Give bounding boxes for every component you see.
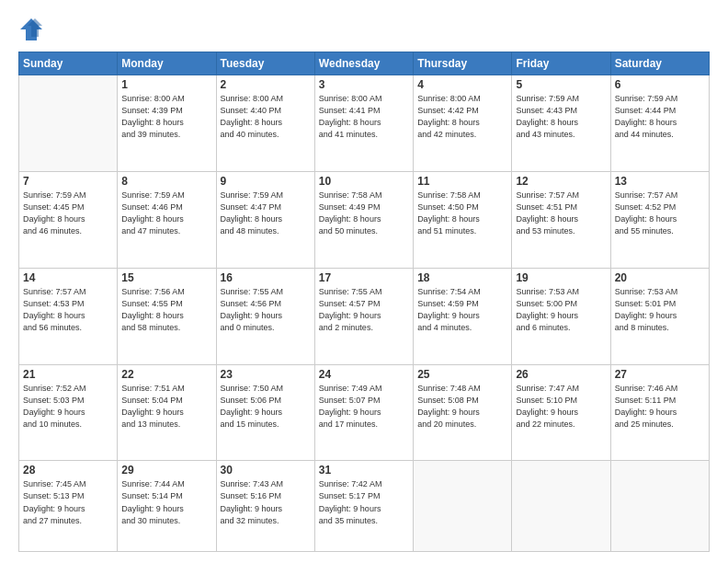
calendar-cell: 29Sunrise: 7:44 AMSunset: 5:14 PMDayligh… bbox=[118, 461, 216, 552]
day-number: 3 bbox=[319, 78, 409, 91]
day-number: 23 bbox=[221, 368, 311, 381]
calendar-cell: 25Sunrise: 7:48 AMSunset: 5:08 PMDayligh… bbox=[414, 364, 512, 461]
calendar-cell: 17Sunrise: 7:55 AMSunset: 4:57 PMDayligh… bbox=[314, 268, 413, 364]
header bbox=[18, 17, 710, 42]
day-info: Sunrise: 7:57 AMSunset: 4:53 PMDaylight:… bbox=[23, 286, 113, 334]
day-info: Sunrise: 7:55 AMSunset: 4:56 PMDaylight:… bbox=[221, 286, 311, 334]
calendar-cell: 18Sunrise: 7:54 AMSunset: 4:59 PMDayligh… bbox=[414, 268, 512, 364]
col-header-monday: Monday bbox=[118, 52, 216, 75]
day-info: Sunrise: 7:59 AMSunset: 4:43 PMDaylight:… bbox=[516, 93, 606, 141]
day-number: 11 bbox=[417, 175, 507, 188]
day-number: 16 bbox=[221, 271, 311, 284]
calendar-cell: 21Sunrise: 7:52 AMSunset: 5:03 PMDayligh… bbox=[19, 364, 118, 461]
day-info: Sunrise: 7:52 AMSunset: 5:03 PMDaylight:… bbox=[23, 383, 113, 431]
calendar-cell: 1Sunrise: 8:00 AMSunset: 4:39 PMDaylight… bbox=[118, 75, 216, 172]
day-number: 5 bbox=[516, 78, 606, 91]
calendar-cell bbox=[610, 461, 709, 552]
calendar-cell: 7Sunrise: 7:59 AMSunset: 4:45 PMDaylight… bbox=[19, 171, 118, 268]
day-number: 9 bbox=[221, 175, 311, 188]
calendar-cell: 15Sunrise: 7:56 AMSunset: 4:55 PMDayligh… bbox=[118, 268, 216, 364]
day-number: 13 bbox=[615, 175, 705, 188]
day-number: 17 bbox=[319, 271, 409, 284]
day-number: 12 bbox=[516, 175, 606, 188]
day-info: Sunrise: 7:55 AMSunset: 4:57 PMDaylight:… bbox=[319, 286, 409, 334]
day-info: Sunrise: 7:57 AMSunset: 4:51 PMDaylight:… bbox=[516, 190, 606, 237]
day-info: Sunrise: 7:44 AMSunset: 5:14 PMDaylight:… bbox=[121, 478, 211, 526]
calendar-cell: 14Sunrise: 7:57 AMSunset: 4:53 PMDayligh… bbox=[19, 268, 118, 364]
calendar-cell: 4Sunrise: 8:00 AMSunset: 4:42 PMDaylight… bbox=[414, 75, 512, 172]
calendar-cell: 9Sunrise: 7:59 AMSunset: 4:47 PMDaylight… bbox=[216, 171, 314, 268]
calendar-cell: 10Sunrise: 7:58 AMSunset: 4:49 PMDayligh… bbox=[314, 171, 413, 268]
day-info: Sunrise: 8:00 AMSunset: 4:39 PMDaylight:… bbox=[121, 93, 211, 141]
col-header-wednesday: Wednesday bbox=[314, 52, 413, 75]
day-info: Sunrise: 7:59 AMSunset: 4:46 PMDaylight:… bbox=[121, 190, 211, 237]
calendar-cell: 3Sunrise: 8:00 AMSunset: 4:41 PMDaylight… bbox=[314, 75, 413, 172]
calendar-cell: 5Sunrise: 7:59 AMSunset: 4:43 PMDaylight… bbox=[512, 75, 610, 172]
day-info: Sunrise: 7:50 AMSunset: 5:06 PMDaylight:… bbox=[221, 383, 311, 431]
day-number: 29 bbox=[121, 464, 211, 477]
calendar-cell: 6Sunrise: 7:59 AMSunset: 4:44 PMDaylight… bbox=[610, 75, 709, 172]
day-info: Sunrise: 7:56 AMSunset: 4:55 PMDaylight:… bbox=[121, 286, 211, 334]
calendar-cell bbox=[19, 75, 118, 172]
day-info: Sunrise: 7:48 AMSunset: 5:08 PMDaylight:… bbox=[417, 383, 507, 431]
calendar-cell: 19Sunrise: 7:53 AMSunset: 5:00 PMDayligh… bbox=[512, 268, 610, 364]
calendar-table: SundayMondayTuesdayWednesdayThursdayFrid… bbox=[18, 52, 710, 552]
day-info: Sunrise: 7:57 AMSunset: 4:52 PMDaylight:… bbox=[615, 190, 705, 237]
day-number: 15 bbox=[121, 271, 211, 284]
day-number: 26 bbox=[516, 368, 606, 381]
calendar-cell: 2Sunrise: 8:00 AMSunset: 4:40 PMDaylight… bbox=[216, 75, 314, 172]
day-number: 14 bbox=[23, 271, 113, 284]
day-number: 6 bbox=[615, 78, 705, 91]
day-info: Sunrise: 7:43 AMSunset: 5:16 PMDaylight:… bbox=[221, 478, 311, 526]
day-number: 20 bbox=[615, 271, 705, 284]
day-number: 28 bbox=[23, 464, 113, 477]
day-number: 8 bbox=[121, 175, 211, 188]
calendar-cell: 11Sunrise: 7:58 AMSunset: 4:50 PMDayligh… bbox=[414, 171, 512, 268]
page: SundayMondayTuesdayWednesdayThursdayFrid… bbox=[0, 0, 728, 563]
calendar-week-row-5: 28Sunrise: 7:45 AMSunset: 5:13 PMDayligh… bbox=[19, 461, 710, 552]
day-info: Sunrise: 7:46 AMSunset: 5:11 PMDaylight:… bbox=[615, 383, 705, 431]
day-info: Sunrise: 7:59 AMSunset: 4:47 PMDaylight:… bbox=[221, 190, 311, 237]
day-info: Sunrise: 7:59 AMSunset: 4:44 PMDaylight:… bbox=[615, 93, 705, 141]
day-info: Sunrise: 7:58 AMSunset: 4:49 PMDaylight:… bbox=[319, 190, 409, 237]
calendar-cell: 23Sunrise: 7:50 AMSunset: 5:06 PMDayligh… bbox=[216, 364, 314, 461]
day-info: Sunrise: 8:00 AMSunset: 4:42 PMDaylight:… bbox=[417, 93, 507, 141]
logo-icon bbox=[18, 17, 44, 42]
day-info: Sunrise: 7:42 AMSunset: 5:17 PMDaylight:… bbox=[319, 478, 409, 526]
col-header-saturday: Saturday bbox=[610, 52, 709, 75]
day-info: Sunrise: 7:51 AMSunset: 5:04 PMDaylight:… bbox=[121, 383, 211, 431]
calendar-cell: 30Sunrise: 7:43 AMSunset: 5:16 PMDayligh… bbox=[216, 461, 314, 552]
calendar-cell: 16Sunrise: 7:55 AMSunset: 4:56 PMDayligh… bbox=[216, 268, 314, 364]
calendar-cell: 20Sunrise: 7:53 AMSunset: 5:01 PMDayligh… bbox=[610, 268, 709, 364]
day-info: Sunrise: 8:00 AMSunset: 4:41 PMDaylight:… bbox=[319, 93, 409, 141]
calendar-week-row-3: 14Sunrise: 7:57 AMSunset: 4:53 PMDayligh… bbox=[19, 268, 710, 364]
day-number: 24 bbox=[319, 368, 409, 381]
calendar-cell: 26Sunrise: 7:47 AMSunset: 5:10 PMDayligh… bbox=[512, 364, 610, 461]
calendar-cell: 12Sunrise: 7:57 AMSunset: 4:51 PMDayligh… bbox=[512, 171, 610, 268]
day-number: 27 bbox=[615, 368, 705, 381]
calendar-cell: 31Sunrise: 7:42 AMSunset: 5:17 PMDayligh… bbox=[314, 461, 413, 552]
logo bbox=[18, 17, 48, 42]
calendar-cell bbox=[512, 461, 610, 552]
day-number: 7 bbox=[23, 175, 113, 188]
day-number: 22 bbox=[121, 368, 211, 381]
day-info: Sunrise: 7:53 AMSunset: 5:01 PMDaylight:… bbox=[615, 286, 705, 334]
calendar-cell bbox=[414, 461, 512, 552]
day-number: 1 bbox=[121, 78, 211, 91]
day-number: 4 bbox=[417, 78, 507, 91]
calendar-cell: 22Sunrise: 7:51 AMSunset: 5:04 PMDayligh… bbox=[118, 364, 216, 461]
day-info: Sunrise: 7:53 AMSunset: 5:00 PMDaylight:… bbox=[516, 286, 606, 334]
calendar-cell: 13Sunrise: 7:57 AMSunset: 4:52 PMDayligh… bbox=[610, 171, 709, 268]
calendar-cell: 24Sunrise: 7:49 AMSunset: 5:07 PMDayligh… bbox=[314, 364, 413, 461]
day-info: Sunrise: 7:59 AMSunset: 4:45 PMDaylight:… bbox=[23, 190, 113, 237]
calendar-week-row-4: 21Sunrise: 7:52 AMSunset: 5:03 PMDayligh… bbox=[19, 364, 710, 461]
day-info: Sunrise: 7:45 AMSunset: 5:13 PMDaylight:… bbox=[23, 478, 113, 526]
calendar-week-row-1: 1Sunrise: 8:00 AMSunset: 4:39 PMDaylight… bbox=[19, 75, 710, 172]
day-info: Sunrise: 7:54 AMSunset: 4:59 PMDaylight:… bbox=[417, 286, 507, 334]
day-number: 18 bbox=[417, 271, 507, 284]
day-info: Sunrise: 7:49 AMSunset: 5:07 PMDaylight:… bbox=[319, 383, 409, 431]
day-number: 19 bbox=[516, 271, 606, 284]
day-info: Sunrise: 8:00 AMSunset: 4:40 PMDaylight:… bbox=[221, 93, 311, 141]
col-header-tuesday: Tuesday bbox=[216, 52, 314, 75]
col-header-sunday: Sunday bbox=[19, 52, 118, 75]
